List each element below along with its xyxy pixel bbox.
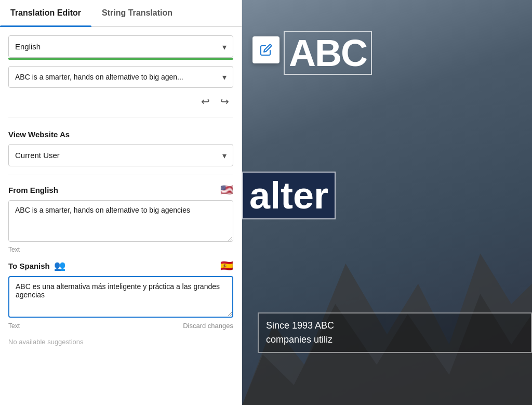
discard-changes-button[interactable]: Discard changes bbox=[183, 322, 233, 330]
undo-redo-row: ↩ ↪ bbox=[8, 94, 233, 109]
undo-button[interactable]: ↩ bbox=[199, 94, 212, 109]
language-select-container: English Spanish French German ▾ bbox=[8, 35, 233, 58]
view-website-section: View Website As Current User Logged Out … bbox=[8, 126, 233, 166]
tab-translation-editor[interactable]: Translation Editor bbox=[0, 0, 91, 26]
to-section: To Spanish 👥 🇪🇸 ABC es una alternativa m… bbox=[8, 259, 233, 330]
to-section-title: To Spanish 👥 bbox=[8, 260, 65, 271]
language-select-wrapper: English Spanish French German ▾ bbox=[8, 35, 233, 60]
left-panel: Translation Editor String Translation En… bbox=[0, 0, 242, 405]
from-section-header: From English 🇺🇸 bbox=[8, 184, 233, 196]
since-text: Since 1993 ABCcompanies utiliz bbox=[266, 319, 524, 347]
string-select-container: ABC is a smarter, hands on alternative t… bbox=[8, 66, 233, 88]
to-section-header: To Spanish 👥 🇪🇸 bbox=[8, 259, 233, 272]
alter-block: alter bbox=[242, 172, 336, 219]
from-text-label: Text bbox=[8, 246, 233, 253]
mountain-svg bbox=[242, 203, 532, 406]
from-section-title: From English bbox=[8, 186, 58, 194]
abc-block: ABC bbox=[284, 31, 372, 75]
to-footer-row: Text Discard changes bbox=[8, 322, 233, 330]
divider-2 bbox=[8, 175, 233, 175]
to-translation-textarea[interactable]: ABC es una alternativa más inteligente y… bbox=[8, 276, 233, 318]
string-select[interactable]: ABC is a smarter, hands on alternative t… bbox=[9, 67, 233, 87]
tab-bar: Translation Editor String Translation bbox=[0, 0, 242, 27]
divider-1 bbox=[8, 117, 233, 117]
from-section: From English 🇺🇸 ABC is a smarter, hands … bbox=[8, 184, 233, 253]
users-icon: 👥 bbox=[54, 260, 65, 271]
abc-text: ABC bbox=[289, 32, 367, 74]
panel-content: English Spanish French German ▾ ABC is a… bbox=[0, 27, 242, 405]
edit-overlay-button[interactable] bbox=[252, 36, 280, 63]
background-image: ABC alter Since 1993 ABCcompanies utiliz bbox=[242, 0, 532, 405]
pencil-icon bbox=[260, 44, 272, 56]
no-suggestions-text: No available suggestions bbox=[8, 336, 233, 346]
since-block: Since 1993 ABCcompanies utiliz bbox=[258, 312, 532, 353]
view-as-select-container: Current User Logged Out User Admin ▾ bbox=[8, 144, 233, 166]
to-flag-icon: 🇪🇸 bbox=[220, 259, 233, 272]
alter-text: alter bbox=[249, 175, 328, 216]
language-progress-bar bbox=[8, 58, 233, 60]
from-flag-icon: 🇺🇸 bbox=[220, 184, 233, 196]
view-website-label: View Website As bbox=[8, 130, 233, 139]
to-text-label: Text bbox=[8, 322, 20, 330]
right-panel: ABC alter Since 1993 ABCcompanies utiliz bbox=[242, 0, 532, 405]
redo-button[interactable]: ↪ bbox=[218, 94, 231, 109]
language-select[interactable]: English Spanish French German bbox=[9, 36, 233, 57]
from-translation-textarea[interactable]: ABC is a smarter, hands on alternative t… bbox=[8, 200, 233, 242]
tab-string-translation[interactable]: String Translation bbox=[91, 0, 183, 26]
view-as-select[interactable]: Current User Logged Out User Admin bbox=[9, 145, 233, 166]
